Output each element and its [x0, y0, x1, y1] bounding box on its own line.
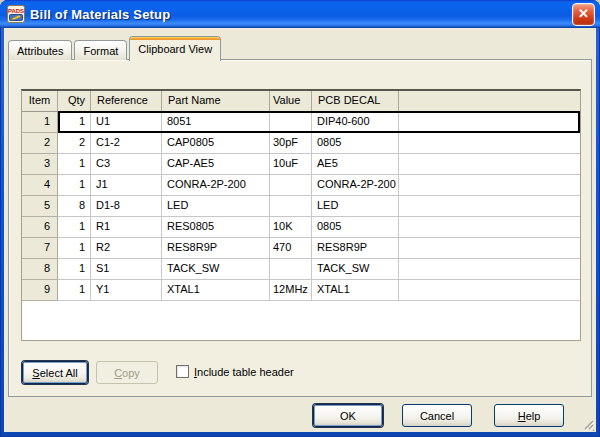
cell-pcb-decal[interactable]: AE5 [312, 154, 399, 175]
include-table-header-checkbox[interactable] [176, 365, 189, 378]
title-bar[interactable]: PADS Bill of Materials Setup ✕ [0, 0, 600, 28]
cell-blank[interactable] [399, 217, 580, 238]
column-header-pcb-decal: PCB DECAL [312, 91, 399, 111]
cell-pcb-decal[interactable]: RES8R9P [312, 238, 399, 259]
row-header[interactable]: 6 [22, 217, 58, 238]
dialog-window: PADS Bill of Materials Setup ✕ Attribute… [0, 0, 600, 437]
cell-qty[interactable]: 1 [58, 259, 91, 280]
row-header[interactable]: 2 [22, 133, 58, 154]
cell-qty[interactable]: 1 [58, 112, 91, 133]
table-row: 9 1 Y1 XTAL1 12MHz XTAL1 [22, 280, 580, 301]
cell-value[interactable] [270, 175, 312, 196]
cell-pcb-decal[interactable]: DIP40-600 [312, 112, 399, 133]
copy-button[interactable]: Copy [96, 361, 158, 384]
cell-reference[interactable]: R2 [91, 238, 162, 259]
cell-blank[interactable] [399, 175, 580, 196]
cell-blank[interactable] [399, 238, 580, 259]
column-header-item: Item [22, 91, 58, 111]
cell-qty[interactable]: 2 [58, 133, 91, 154]
column-header-value: Value [270, 91, 312, 111]
cell-value[interactable]: 10K [270, 217, 312, 238]
cell-reference[interactable]: S1 [91, 259, 162, 280]
tab-label: Clipboard View [138, 43, 212, 55]
cell-value[interactable] [270, 259, 312, 280]
cell-blank[interactable] [399, 196, 580, 217]
dialog-body: Attributes Format Clipboard View Item Qt… [4, 28, 596, 432]
row-header[interactable]: 9 [22, 280, 58, 301]
cell-part-name[interactable]: CAP0805 [162, 133, 270, 154]
cell-part-name[interactable]: CONRA-2P-200 [162, 175, 270, 196]
table-row: 3 1 C3 CAP-AE5 10uF AE5 [22, 154, 580, 175]
cell-blank[interactable] [399, 154, 580, 175]
cell-value[interactable]: 12MHz [270, 280, 312, 301]
column-header-blank [399, 91, 580, 111]
help-button[interactable]: Help [494, 404, 564, 427]
cell-reference[interactable]: J1 [91, 175, 162, 196]
cell-qty[interactable]: 1 [58, 154, 91, 175]
cell-part-name[interactable]: CAP-AE5 [162, 154, 270, 175]
cell-qty[interactable]: 1 [58, 175, 91, 196]
cell-pcb-decal[interactable]: 0805 [312, 217, 399, 238]
cell-pcb-decal[interactable]: LED [312, 196, 399, 217]
row-header[interactable]: 1 [22, 112, 58, 133]
cell-qty[interactable]: 1 [58, 280, 91, 301]
row-header[interactable]: 8 [22, 259, 58, 280]
tab-label: Attributes [17, 45, 63, 57]
table-row: 4 1 J1 CONRA-2P-200 CONRA-2P-200 [22, 175, 580, 196]
cell-reference[interactable]: C1-2 [91, 133, 162, 154]
cell-qty[interactable]: 1 [58, 238, 91, 259]
cell-qty[interactable]: 8 [58, 196, 91, 217]
close-button[interactable]: ✕ [572, 3, 595, 26]
cancel-button[interactable]: Cancel [402, 404, 472, 427]
cell-reference[interactable]: U1 [91, 112, 162, 133]
ok-button[interactable]: OK [313, 404, 383, 427]
select-all-button[interactable]: Select All [22, 361, 88, 384]
cell-part-name[interactable]: TACK_SW [162, 259, 270, 280]
grid-body: 1 1 U1 8051 DIP40-600 2 2 C1-2 CAP0805 3… [22, 112, 580, 301]
cell-part-name[interactable]: XTAL1 [162, 280, 270, 301]
row-header[interactable]: 5 [22, 196, 58, 217]
tab-clipboard-view[interactable]: Clipboard View [129, 36, 221, 61]
cell-blank[interactable] [399, 280, 580, 301]
cell-part-name[interactable]: 8051 [162, 112, 270, 133]
row-header[interactable]: 4 [22, 175, 58, 196]
column-header-part-name: Part Name [162, 91, 270, 111]
svg-text:PADS: PADS [8, 8, 24, 14]
window-title: Bill of Materials Setup [30, 7, 572, 22]
cell-value[interactable]: 10uF [270, 154, 312, 175]
cell-part-name[interactable]: RES8R9P [162, 238, 270, 259]
cell-value[interactable] [270, 196, 312, 217]
tab-attributes[interactable]: Attributes [8, 40, 72, 60]
table-row: 8 1 S1 TACK_SW TACK_SW [22, 259, 580, 280]
cell-pcb-decal[interactable]: TACK_SW [312, 259, 399, 280]
cell-reference[interactable]: C3 [91, 154, 162, 175]
tab-format[interactable]: Format [74, 40, 127, 60]
table-row: 5 8 D1-8 LED LED [22, 196, 580, 217]
include-table-header-option: Include table header [176, 365, 294, 378]
cell-part-name[interactable]: RES0805 [162, 217, 270, 238]
table-row: 2 2 C1-2 CAP0805 30pF 0805 [22, 133, 580, 154]
column-header-qty: Qty [58, 91, 91, 111]
table-row: 7 1 R2 RES8R9P 470 RES8R9P [22, 238, 580, 259]
include-table-header-label: Include table header [194, 366, 294, 378]
row-header[interactable]: 7 [22, 238, 58, 259]
cell-value[interactable]: 470 [270, 238, 312, 259]
resize-grip-icon[interactable] [582, 418, 595, 431]
cell-blank[interactable] [399, 112, 580, 133]
cell-reference[interactable]: R1 [91, 217, 162, 238]
cell-pcb-decal[interactable]: CONRA-2P-200 [312, 175, 399, 196]
cell-reference[interactable]: Y1 [91, 280, 162, 301]
row-header[interactable]: 3 [22, 154, 58, 175]
cell-blank[interactable] [399, 259, 580, 280]
table-row: 1 1 U1 8051 DIP40-600 [22, 112, 580, 133]
cell-blank[interactable] [399, 133, 580, 154]
cell-value[interactable]: 30pF [270, 133, 312, 154]
cell-reference[interactable]: D1-8 [91, 196, 162, 217]
tab-label: Format [83, 45, 118, 57]
table-header-row: Item Qty Reference Part Name Value PCB D… [22, 91, 580, 112]
cell-pcb-decal[interactable]: XTAL1 [312, 280, 399, 301]
cell-pcb-decal[interactable]: 0805 [312, 133, 399, 154]
cell-part-name[interactable]: LED [162, 196, 270, 217]
cell-qty[interactable]: 1 [58, 217, 91, 238]
cell-value[interactable] [270, 112, 312, 133]
